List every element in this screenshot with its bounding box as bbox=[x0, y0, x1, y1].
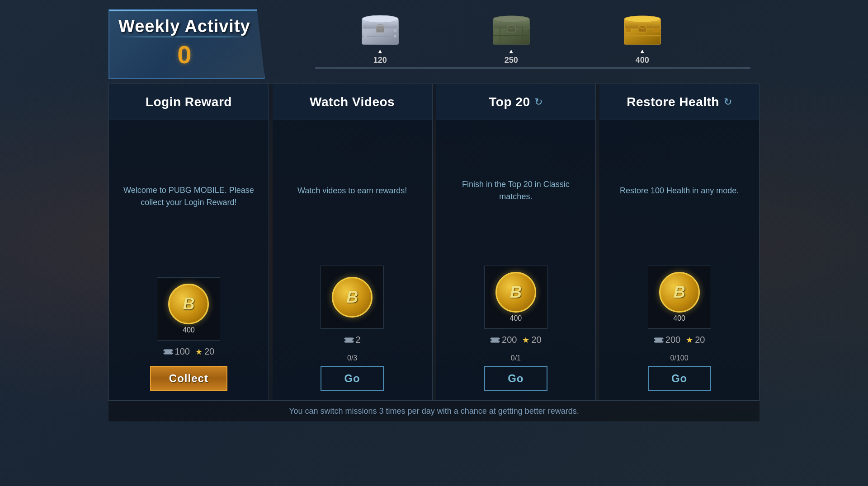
weekly-activity-title: Weekly Activity bbox=[118, 17, 250, 36]
reward-area-1: B2 bbox=[321, 266, 384, 345]
progress-text-3: 0/100 bbox=[670, 354, 689, 362]
refresh-icon-3[interactable]: ↻ bbox=[724, 96, 732, 108]
reward-area-3: B400200★20 bbox=[648, 266, 711, 345]
refresh-icon-2[interactable]: ↻ bbox=[534, 96, 542, 108]
coin-box-1: B bbox=[321, 266, 384, 329]
coin-letter-3: B bbox=[674, 283, 685, 302]
coin-circle-1: B bbox=[332, 277, 373, 318]
coin-amount-3: 400 bbox=[673, 314, 685, 322]
ticket-amount-2: 200 bbox=[502, 335, 517, 345]
star-icon-3: ★20 bbox=[686, 335, 705, 345]
svg-point-12 bbox=[493, 16, 529, 22]
chest-item-green: ▲ 250 bbox=[491, 14, 532, 65]
mission-title-1: Watch Videos bbox=[310, 95, 395, 109]
bonus-rewards-3: 200★20 bbox=[654, 335, 705, 345]
header-section: Weekly Activity 0 bbox=[108, 9, 760, 79]
silver-chest-icon bbox=[360, 14, 401, 45]
svg-point-8 bbox=[364, 29, 367, 32]
mission-header-1: Watch Videos bbox=[273, 84, 432, 120]
progress-bar-container bbox=[292, 67, 750, 69]
coin-letter-2: B bbox=[510, 283, 522, 302]
action-button-2[interactable]: Go bbox=[484, 366, 547, 391]
chests-row: ▲ 120 bbox=[292, 14, 750, 65]
coin-box-2: B400 bbox=[484, 266, 547, 329]
progress-section: ▲ 120 bbox=[265, 9, 760, 69]
star-icon-2: ★20 bbox=[522, 335, 541, 345]
progress-text-1: 0/3 bbox=[347, 354, 357, 362]
svg-rect-29 bbox=[344, 338, 354, 342]
chest-label-3: 400 bbox=[636, 56, 649, 65]
coin-amount-0: 400 bbox=[183, 326, 195, 334]
svg-rect-25 bbox=[654, 28, 659, 32]
reward-area-0: B400100★20 bbox=[157, 277, 220, 357]
mission-header-0: Login Reward bbox=[109, 84, 269, 120]
svg-rect-24 bbox=[626, 28, 631, 32]
mission-title-2: Top 20 bbox=[489, 95, 530, 109]
coin-box-3: B400 bbox=[648, 266, 711, 329]
svg-point-7 bbox=[394, 35, 396, 37]
svg-rect-32 bbox=[491, 338, 500, 342]
gold-chest-icon bbox=[622, 14, 663, 45]
bonus-rewards-1: 2 bbox=[344, 335, 361, 345]
ticket-icon-1: 2 bbox=[344, 335, 361, 345]
coin-letter-1: B bbox=[346, 288, 358, 307]
chest-arrow-1: ▲ bbox=[377, 47, 383, 55]
svg-point-20 bbox=[624, 16, 660, 22]
mission-card-3: Restore Health↻Restore 100 Health in any… bbox=[599, 84, 759, 400]
action-button-1[interactable]: Go bbox=[321, 366, 384, 391]
chest-label-2: 250 bbox=[505, 56, 518, 65]
reward-area-2: B400200★20 bbox=[484, 266, 547, 345]
ticket-icon-2: 200 bbox=[490, 335, 517, 345]
chest-arrow-2: ▲ bbox=[508, 47, 514, 55]
mission-card-0: Login RewardWelcome to PUBG MOBILE. Plea… bbox=[109, 84, 269, 400]
missions-wrapper: Login RewardWelcome to PUBG MOBILE. Plea… bbox=[108, 84, 760, 421]
chest-item-gold: ▲ 400 bbox=[622, 14, 663, 65]
footer-note: You can switch missions 3 times per day … bbox=[108, 401, 760, 421]
coin-circle-2: B bbox=[495, 272, 536, 313]
star-amount-0: 20 bbox=[204, 346, 214, 357]
mission-card-1: Watch VideosWatch videos to earn rewards… bbox=[273, 84, 433, 400]
star-amount-2: 20 bbox=[531, 335, 541, 345]
progress-bar-track bbox=[315, 67, 750, 69]
star-icon-0: ★20 bbox=[195, 346, 214, 357]
coin-circle-3: B bbox=[659, 272, 700, 313]
ticket-icon-0: 100 bbox=[163, 346, 190, 357]
bonus-rewards-2: 200★20 bbox=[490, 335, 542, 345]
chest-arrow-3: ▲ bbox=[639, 47, 646, 55]
action-button-0[interactable]: Collect bbox=[150, 366, 227, 391]
svg-point-6 bbox=[364, 35, 367, 37]
svg-point-9 bbox=[394, 29, 396, 32]
mission-description-3: Restore 100 Health in any mode. bbox=[611, 120, 748, 261]
svg-rect-35 bbox=[654, 338, 663, 342]
coin-letter-0: B bbox=[183, 294, 194, 313]
mission-description-2: Finish in the Top 20 in Classic matches. bbox=[436, 120, 596, 261]
coin-box-0: B400 bbox=[157, 277, 220, 341]
bonus-rewards-0: 100★20 bbox=[163, 346, 215, 357]
mission-header-2: Top 20↻ bbox=[436, 84, 596, 120]
ticket-amount-3: 200 bbox=[665, 335, 680, 345]
mission-header-3: Restore Health↻ bbox=[599, 84, 759, 120]
green-chest-icon bbox=[491, 14, 532, 45]
ticket-icon-3: 200 bbox=[654, 335, 680, 345]
title-divider bbox=[118, 36, 250, 37]
ticket-amount-0: 100 bbox=[175, 346, 190, 357]
coin-amount-2: 400 bbox=[510, 314, 522, 322]
chest-item-silver: ▲ 120 bbox=[360, 14, 401, 65]
ticket-amount-1: 2 bbox=[356, 335, 361, 345]
mission-description-1: Watch videos to earn rewards! bbox=[288, 120, 416, 261]
mission-description-0: Welcome to PUBG MOBILE. Please collect y… bbox=[109, 120, 269, 273]
progress-text-2: 0/1 bbox=[511, 354, 521, 362]
mission-card-2: Top 20↻Finish in the Top 20 in Classic m… bbox=[436, 84, 596, 400]
svg-point-2 bbox=[362, 15, 398, 23]
svg-rect-26 bbox=[164, 350, 173, 354]
mission-title-3: Restore Health bbox=[627, 95, 719, 109]
weekly-score: 0 bbox=[118, 40, 250, 69]
star-amount-3: 20 bbox=[695, 335, 705, 345]
coin-circle-0: B bbox=[168, 284, 209, 324]
weekly-activity-box: Weekly Activity 0 bbox=[108, 9, 265, 79]
missions-section: Login RewardWelcome to PUBG MOBILE. Plea… bbox=[108, 84, 760, 401]
action-button-3[interactable]: Go bbox=[648, 366, 711, 391]
chest-label-1: 120 bbox=[373, 56, 387, 65]
mission-title-0: Login Reward bbox=[146, 95, 232, 109]
